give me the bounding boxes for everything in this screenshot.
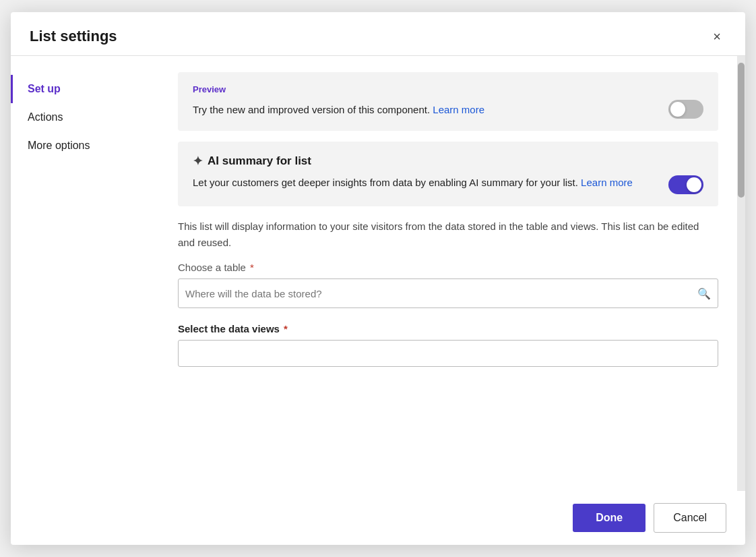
preview-card: Preview Try the new and improved version… xyxy=(178,72,718,131)
sidebar-item-more-options[interactable]: More options xyxy=(11,131,159,160)
dialog-header: List settings × xyxy=(11,12,745,56)
table-field-group: Choose a table * 🔍 xyxy=(178,262,718,308)
ai-toggle-slider xyxy=(668,175,703,194)
preview-row: Try the new and improved version of this… xyxy=(193,100,703,119)
dialog-title: List settings xyxy=(30,28,117,45)
ai-card-description: Let your customers get deeper insights f… xyxy=(193,175,660,191)
ai-card-body: Let your customers get deeper insights f… xyxy=(193,175,703,194)
table-search-input[interactable] xyxy=(185,288,693,299)
preview-toggle[interactable] xyxy=(668,100,703,119)
views-required-star: * xyxy=(281,323,288,334)
ai-toggle[interactable] xyxy=(668,175,703,194)
ai-summary-card: ✦ AI summary for list Let your customers… xyxy=(178,142,718,206)
preview-toggle-slider xyxy=(668,100,703,119)
preview-text: Try the new and improved version of this… xyxy=(193,104,660,115)
views-input-wrap[interactable] xyxy=(178,340,718,367)
scrollbar-thumb[interactable] xyxy=(738,63,745,198)
table-field-label: Choose a table * xyxy=(178,262,718,273)
dialog-footer: Done Cancel xyxy=(11,491,745,545)
ai-sparkle-icon: ✦ xyxy=(193,154,203,169)
views-field-group: Select the data views * xyxy=(178,323,718,367)
preview-label: Preview xyxy=(193,84,703,94)
ai-card-title: ✦ AI summary for list xyxy=(193,154,703,169)
search-icon: 🔍 xyxy=(697,287,711,300)
list-settings-dialog: List settings × Set up Actions More opti… xyxy=(11,12,745,545)
preview-learn-more-link[interactable]: Learn more xyxy=(433,104,484,115)
main-content: Preview Try the new and improved version… xyxy=(159,56,737,491)
sidebar: Set up Actions More options xyxy=(11,56,159,491)
info-text: This list will display information to yo… xyxy=(178,218,718,251)
done-button[interactable]: Done xyxy=(573,504,645,532)
scrollbar-track[interactable] xyxy=(737,56,745,491)
dialog-body: Set up Actions More options Preview Try … xyxy=(11,56,745,491)
table-input-wrap: 🔍 xyxy=(178,278,718,308)
sidebar-item-setup[interactable]: Set up xyxy=(11,75,159,103)
close-button[interactable]: × xyxy=(707,27,726,46)
sidebar-item-actions[interactable]: Actions xyxy=(11,103,159,131)
views-field-label: Select the data views * xyxy=(178,323,718,334)
ai-learn-more-link[interactable]: Learn more xyxy=(581,177,633,188)
table-required-star: * xyxy=(247,262,254,273)
cancel-button[interactable]: Cancel xyxy=(654,503,726,533)
